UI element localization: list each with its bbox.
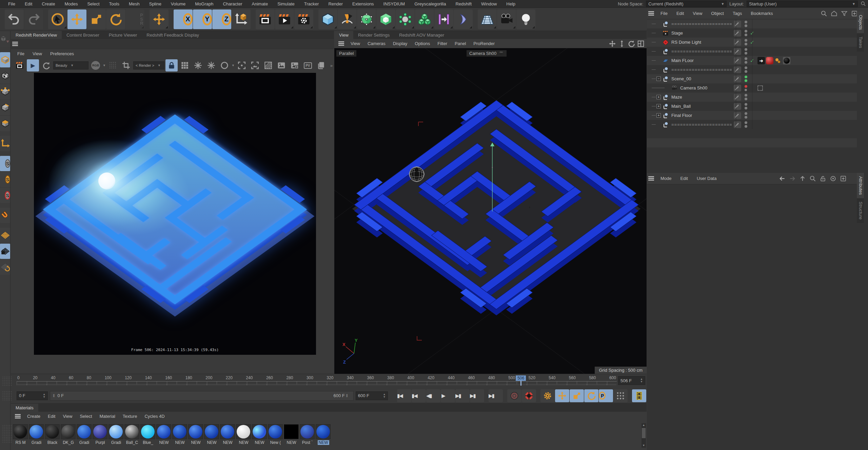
materials-menu-item[interactable]: Select: [76, 414, 96, 419]
add-cloner-mograph[interactable]: [396, 9, 415, 29]
timeline-window-button[interactable]: [632, 389, 646, 402]
object-name[interactable]: ========================: [671, 122, 732, 127]
materials-menu-item[interactable]: Material: [96, 414, 119, 419]
menubar-item[interactable]: Greyscalegorilla: [410, 1, 451, 6]
key-scale-button[interactable]: [570, 389, 584, 402]
visibility-toggle[interactable]: [734, 85, 741, 91]
panel-tab[interactable]: View: [334, 31, 353, 39]
material-item[interactable]: RS M: [13, 424, 28, 445]
menubar-item[interactable]: Redshift: [451, 1, 476, 6]
copy-button[interactable]: [315, 59, 327, 71]
viewport-menu-item[interactable]: ProRender: [470, 41, 498, 46]
last-tool-psr[interactable]: P S R: [125, 9, 144, 29]
expand-toggle[interactable]: −: [656, 77, 661, 81]
transport-gap[interactable]: [536, 389, 540, 402]
object-name[interactable]: Final Floor: [671, 113, 692, 118]
live-selection-tool[interactable]: [48, 9, 67, 29]
add-volume-builder[interactable]: [415, 9, 434, 29]
play-forwards-button[interactable]: ▶: [441, 389, 455, 402]
material-item[interactable]: DK_G: [61, 424, 76, 445]
toolbar-separator[interactable]: [314, 9, 318, 29]
attributes-menu-item[interactable]: Edit: [676, 176, 692, 181]
object-name[interactable]: Camera Sh00: [680, 85, 707, 90]
object-name[interactable]: =========================: [671, 67, 732, 72]
add-floor-object[interactable]: [478, 9, 497, 29]
object-manager-menu-item[interactable]: Tags: [728, 11, 746, 16]
visibility-toggle[interactable]: [734, 94, 741, 101]
toolbar-separator[interactable]: [43, 9, 48, 29]
object-name[interactable]: Stage: [671, 30, 683, 36]
menubar-item[interactable]: Spline: [144, 1, 166, 6]
menubar-item[interactable]: Create: [37, 1, 60, 6]
lock-z-axis[interactable]: Z: [212, 9, 231, 29]
material-item[interactable]: Blue_: [140, 424, 155, 445]
renderview-menu-item[interactable]: Preferences: [46, 51, 78, 56]
timeline-ruler[interactable]: 0204060801001201401601802002202402602803…: [11, 374, 647, 388]
side-tab[interactable]: Structure: [857, 198, 864, 223]
visibility-toggle[interactable]: [734, 112, 741, 119]
goto-end-button[interactable]: ▶▮: [489, 389, 503, 402]
add-deformer[interactable]: [434, 9, 453, 29]
expand-toggle[interactable]: +: [656, 95, 661, 99]
object-name[interactable]: RS Dome Light: [671, 40, 701, 45]
menubar-item[interactable]: Character: [218, 1, 247, 6]
lock-y-axis[interactable]: Y: [193, 9, 212, 29]
object-name[interactable]: Main FLoor: [671, 58, 694, 63]
object-name[interactable]: ========================: [671, 21, 732, 26]
rotate-view-icon[interactable]: [628, 40, 635, 47]
renderview-menu-item[interactable]: View: [29, 51, 46, 56]
object-manager-menu-item[interactable]: Bookmarks: [746, 11, 777, 16]
region-circle-button[interactable]: [218, 59, 231, 71]
goto-next-key-button[interactable]: ▶▮: [470, 389, 484, 402]
filter-icon[interactable]: [841, 10, 848, 17]
menubar-item[interactable]: Modes: [60, 1, 82, 6]
make-editable-button[interactable]: [0, 32, 10, 47]
visibility-toggle[interactable]: [734, 57, 741, 64]
goto-start-button[interactable]: ▮◀: [397, 389, 411, 402]
dither-button[interactable]: [107, 59, 119, 71]
editor-render-dots[interactable]: [745, 48, 748, 55]
add-camera-object[interactable]: [497, 9, 516, 29]
snapshot-image-button[interactable]: [275, 59, 288, 71]
object-name[interactable]: Scene_00: [671, 76, 691, 81]
side-tab[interactable]: Attributes: [857, 173, 864, 198]
simulation-gray-button[interactable]: S: [0, 156, 10, 171]
attributes-menu-item[interactable]: User Data: [692, 176, 721, 181]
add-icon[interactable]: [840, 175, 847, 182]
menubar-item[interactable]: Simulate: [273, 1, 299, 6]
renderview-menu-item[interactable]: File: [14, 51, 28, 56]
redo-button[interactable]: [24, 9, 43, 29]
lock-workplane-button[interactable]: [0, 244, 10, 259]
workplane-button[interactable]: [0, 228, 10, 243]
menubar-item[interactable]: Select: [82, 1, 104, 6]
viewport-menu-item[interactable]: Display: [389, 41, 411, 46]
current-frame-field[interactable]: 506 F▲▼: [618, 376, 645, 385]
editor-render-dots[interactable]: [745, 66, 748, 73]
menubar-item[interactable]: File: [3, 1, 20, 6]
material-item[interactable]: Post `: [300, 424, 315, 445]
materials-menu-item[interactable]: Texture: [119, 414, 141, 419]
axis-move-tool[interactable]: [150, 9, 169, 29]
object-manager-menu-item[interactable]: Edit: [672, 11, 688, 16]
toolbar-separator[interactable]: [251, 9, 256, 29]
material-item[interactable]: NEW: [204, 424, 219, 445]
add-cube-object[interactable]: [318, 9, 337, 29]
layout-dropdown[interactable]: Startup (User)▼: [747, 1, 858, 7]
editor-render-dots[interactable]: [745, 112, 748, 119]
axis-mode-button[interactable]: [0, 136, 10, 151]
render-source-dropdown[interactable]: < Render >▼: [133, 61, 164, 69]
menubar-item[interactable]: MoGraph: [190, 1, 218, 6]
material-item[interactable]: Gradi: [108, 424, 123, 445]
menubar-item[interactable]: Animate: [247, 1, 273, 6]
range-start-field[interactable]: 0 F▲▼: [17, 391, 48, 400]
side-tab[interactable]: Takes: [857, 33, 864, 52]
editor-render-dots[interactable]: [745, 76, 748, 82]
camera-label[interactable]: Camera Sh00: [467, 50, 507, 57]
menubar-item[interactable]: Mesh: [124, 1, 144, 6]
key-parameter-button[interactable]: P: [599, 389, 613, 402]
pan-view-icon[interactable]: [609, 40, 616, 47]
texture-mode-button[interactable]: [0, 68, 10, 83]
lock-icon[interactable]: [820, 175, 826, 182]
add-light-object[interactable]: [516, 9, 535, 29]
menubar-item[interactable]: Tools: [104, 1, 124, 6]
